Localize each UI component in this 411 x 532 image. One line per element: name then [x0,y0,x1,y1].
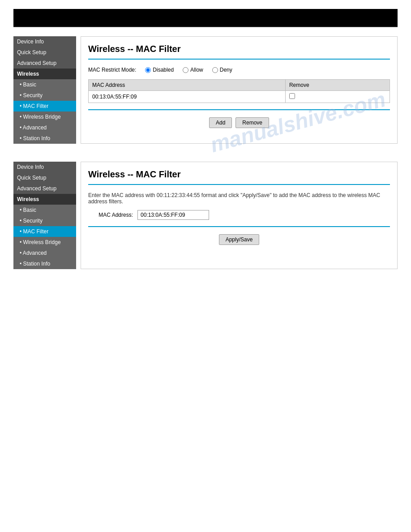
mac-address-input[interactable] [137,210,209,220]
panel2-divider [88,184,390,185]
radio-allow-label: Allow [190,67,203,73]
sidebar-1: Device Info Quick Setup Advanced Setup W… [13,36,76,144]
sidebar2-item-quick-setup[interactable]: Quick Setup [13,172,76,183]
mac-input-row: MAC Address: [88,210,390,220]
col-mac-address: MAC Address [89,80,286,91]
sidebar2-item-security[interactable]: • Security [13,215,76,226]
radio-deny[interactable]: Deny [212,67,232,73]
panel2-section: Device Info Quick Setup Advanced Setup W… [13,162,398,269]
radio-deny-input[interactable] [212,67,218,73]
header-bar [13,9,398,27]
panel1-divider-bottom [88,109,390,110]
sidebar-item-wireless[interactable]: Wireless [13,69,76,79]
panel1-content: Wireless -- MAC Filter MAC Restrict Mode… [81,36,398,144]
sidebar2-item-basic[interactable]: • Basic [13,205,76,215]
remove-cell [285,91,390,103]
add-button[interactable]: Add [209,117,232,128]
restrict-mode-label: MAC Restrict Mode: [88,67,136,73]
mac-input-label: MAC Address: [88,212,133,218]
sidebar-item-advanced-setup[interactable]: Advanced Setup [13,58,76,69]
mac-address-cell: 00:13:0A:55:FF:09 [89,91,286,103]
panel2-title: Wireless -- MAC Filter [88,169,390,180]
sidebar-item-quick-setup[interactable]: Quick Setup [13,47,76,58]
radio-allow[interactable]: Allow [183,67,203,73]
radio-disabled[interactable]: Disabled [145,67,174,73]
panel1-section: Device Info Quick Setup Advanced Setup W… [13,36,398,144]
panel1-divider [88,59,390,60]
radio-deny-label: Deny [220,67,232,73]
sidebar-item-device-info[interactable]: Device Info [13,36,76,47]
header-line [13,27,398,27]
apply-save-button[interactable]: Apply/Save [219,234,260,245]
radio-allow-input[interactable] [183,67,188,73]
sidebar-item-mac-filter[interactable]: • MAC Filter [13,101,76,112]
sidebar2-item-wireless[interactable]: Wireless [13,194,76,205]
panel1-title: Wireless -- MAC Filter [88,44,390,54]
panel2-button-row: Apply/Save [88,234,390,245]
sidebar-item-security[interactable]: • Security [13,90,76,101]
sidebar2-item-station-info[interactable]: • Station Info [13,258,76,269]
sidebar2-item-wireless-bridge[interactable]: • Wireless Bridge [13,237,76,248]
remove-checkbox[interactable] [289,93,295,99]
sidebar-item-basic[interactable]: • Basic [13,79,76,90]
table-row: 00:13:0A:55:FF:09 [89,91,390,103]
sidebar2-item-advanced[interactable]: • Advanced [13,248,76,258]
restrict-mode-row: MAC Restrict Mode: Disabled Allow Deny [88,67,390,73]
panel2-content: Wireless -- MAC Filter Enter the MAC add… [81,162,398,269]
radio-disabled-label: Disabled [153,67,174,73]
radio-disabled-input[interactable] [145,67,151,73]
panel2-description: Enter the MAC address with 00:11:22:33:4… [88,192,390,205]
sidebar-item-wireless-bridge[interactable]: • Wireless Bridge [13,112,76,122]
button-row: Add Remove [88,117,390,128]
sidebar2-item-advanced-setup[interactable]: Advanced Setup [13,183,76,194]
sidebar-item-advanced[interactable]: • Advanced [13,122,76,133]
panel2-divider-bottom [88,226,390,227]
sidebar-item-station-info[interactable]: • Station Info [13,133,76,144]
mac-table: MAC Address Remove 00:13:0A:55:FF:09 [88,79,390,103]
remove-button[interactable]: Remove [235,117,269,128]
sidebar-2: Device Info Quick Setup Advanced Setup W… [13,162,76,269]
col-remove: Remove [285,80,390,91]
sidebar2-item-mac-filter[interactable]: • MAC Filter [13,226,76,237]
sidebar2-item-device-info[interactable]: Device Info [13,162,76,172]
